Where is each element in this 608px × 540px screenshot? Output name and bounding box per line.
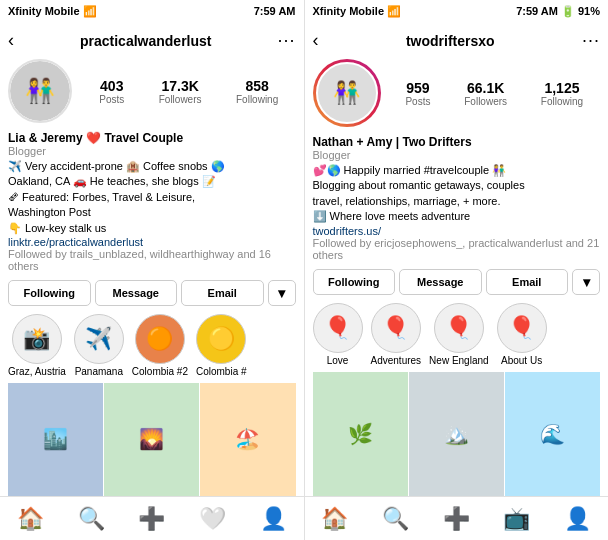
nav-reels-right[interactable]: 📺 <box>503 506 530 532</box>
back-arrow-left[interactable]: ‹ <box>8 30 14 51</box>
stat-followers-left: 17.3K Followers <box>159 78 202 105</box>
highlight-label-3-left: Colombia # <box>196 366 247 377</box>
highlight-label-1-right: Adventures <box>371 355 422 366</box>
stat-followers-right: 66.1K Followers <box>464 80 507 107</box>
bio-link-right[interactable]: twodrifters.us/ <box>313 225 601 237</box>
following-value-right: 1,125 <box>544 80 579 96</box>
time-right: 7:59 AM <box>516 5 558 17</box>
highlight-1-left[interactable]: ✈️ Panamana <box>74 314 124 377</box>
following-value-left: 858 <box>245 78 268 94</box>
posts-label-left: Posts <box>99 94 124 105</box>
highlight-label-2-right: New England <box>429 355 488 366</box>
bottom-nav: 🏠 🔍 ➕ 🤍 👤 🏠 🔍 ➕ 📺 👤 <box>0 496 608 540</box>
grid-thumb-2-left: 🏖️ <box>200 383 295 496</box>
avatar-emoji-left: 👫 <box>25 77 55 105</box>
highlight-label-0-left: Graz, Austria <box>8 366 66 377</box>
status-bar: Xfinity Mobile 📶 7:59 AM Xfinity Mobile … <box>0 0 608 22</box>
bio-link-left[interactable]: linktr.ee/practicalwanderlust <box>8 236 296 248</box>
highlight-label-2-left: Colombia #2 <box>132 366 188 377</box>
stat-following-left: 858 Following <box>236 78 278 105</box>
highlight-circle-1-left: ✈️ <box>74 314 124 364</box>
message-button-right[interactable]: Message <box>399 269 482 295</box>
followers-value-left: 17.3K <box>161 78 198 94</box>
stats-numbers-right: 959 Posts 66.1K Followers 1,125 Followin… <box>389 80 601 107</box>
stat-following-right: 1,125 Following <box>541 80 583 107</box>
highlight-0-left[interactable]: 📸 Graz, Austria <box>8 314 66 377</box>
profile-left: ‹ practicalwanderlust ··· 👫 403 Posts 17… <box>0 22 305 496</box>
status-time-left: 7:59 AM <box>254 5 296 17</box>
action-buttons-right: Following Message Email ▾ <box>313 269 601 295</box>
nav-search-left[interactable]: 🔍 <box>78 506 105 532</box>
highlight-2-right[interactable]: 🎈 New England <box>429 303 488 366</box>
status-carrier-left: Xfinity Mobile 📶 <box>8 5 97 18</box>
grid-thumb-2-right: 🌊 <box>505 372 600 496</box>
dropdown-button-left[interactable]: ▾ <box>268 280 296 306</box>
nav-profile-left[interactable]: 👤 <box>260 506 287 532</box>
highlight-3-right[interactable]: 🎈 About Us <box>497 303 547 366</box>
followers-value-right: 66.1K <box>467 80 504 96</box>
avatar-emoji-right: 👫 <box>333 80 360 106</box>
carrier-right: Xfinity Mobile <box>313 5 385 17</box>
grid-right: 🌿 🏔️ 🌊 <box>313 372 601 496</box>
grid-thumb-1-right: 🏔️ <box>409 372 504 496</box>
followers-label-left: Followers <box>159 94 202 105</box>
battery-right: 91% <box>578 5 600 17</box>
nav-search-right[interactable]: 🔍 <box>382 506 409 532</box>
stats-numbers-left: 403 Posts 17.3K Followers 858 Following <box>82 78 296 105</box>
profile-header-left: ‹ practicalwanderlust ··· <box>8 30 296 51</box>
nav-heart-left[interactable]: 🤍 <box>199 506 226 532</box>
grid-left: 🏙️ 🌄 🏖️ <box>8 383 296 496</box>
followers-label-right: Followers <box>464 96 507 107</box>
posts-label-right: Posts <box>405 96 430 107</box>
profile-right: ‹ twodriftersxo ··· 👫 959 Posts 66.1K Fo… <box>305 22 609 496</box>
status-carrier-right: Xfinity Mobile 📶 <box>313 5 402 18</box>
highlight-label-3-right: About Us <box>501 355 542 366</box>
grid-thumb-0-left: 🏙️ <box>8 383 103 496</box>
highlight-circle-0-left: 📸 <box>12 314 62 364</box>
carrier-left: Xfinity Mobile <box>8 5 80 17</box>
grid-thumb-0-right: 🌿 <box>313 372 408 496</box>
highlight-0-right[interactable]: 🎈 Love <box>313 303 363 366</box>
email-button-right[interactable]: Email <box>486 269 569 295</box>
following-label-left: Following <box>236 94 278 105</box>
highlights-right: 🎈 Love 🎈 Adventures 🎈 New England 🎈 Abou… <box>313 303 601 366</box>
nav-add-right[interactable]: ➕ <box>443 506 470 532</box>
highlight-circle-1-right: 🎈 <box>371 303 421 353</box>
highlight-2-left[interactable]: 🟠 Colombia #2 <box>132 314 188 377</box>
more-icon-right[interactable]: ··· <box>582 30 600 51</box>
avatar-left: 👫 <box>8 59 72 123</box>
back-arrow-right[interactable]: ‹ <box>313 30 319 51</box>
nav-add-left[interactable]: ➕ <box>138 506 165 532</box>
more-icon-left[interactable]: ··· <box>277 30 295 51</box>
avatar-img-left: 👫 <box>10 61 70 121</box>
posts-value-left: 403 <box>100 78 123 94</box>
email-button-left[interactable]: Email <box>181 280 264 306</box>
message-button-left[interactable]: Message <box>95 280 178 306</box>
wifi-icon: 📶 <box>83 5 97 18</box>
status-info-right: 7:59 AM 🔋 91% <box>516 5 600 18</box>
dropdown-button-right[interactable]: ▾ <box>572 269 600 295</box>
highlight-label-0-right: Love <box>327 355 349 366</box>
bio-category-right: Blogger <box>313 149 601 161</box>
nav-profile-right[interactable]: 👤 <box>564 506 591 532</box>
status-bar-right: Xfinity Mobile 📶 7:59 AM 🔋 91% <box>305 0 609 22</box>
bio-section-left: Lia & Jeremy ❤️ Travel Couple Blogger ✈️… <box>8 131 296 272</box>
highlight-circle-3-left: 🟡 <box>196 314 246 364</box>
avatar-inner-right: 👫 <box>316 62 378 124</box>
bio-text-left: ✈️ Very accident-prone 🏨 Coffee snobs 🌎 … <box>8 159 296 236</box>
nav-home-right[interactable]: 🏠 <box>321 506 348 532</box>
bottom-nav-left: 🏠 🔍 ➕ 🤍 👤 <box>0 497 304 540</box>
highlights-left: 📸 Graz, Austria ✈️ Panamana 🟠 Colombia #… <box>8 314 296 377</box>
time-left: 7:59 AM <box>254 5 296 17</box>
wifi-icon-right: 📶 <box>387 5 401 18</box>
highlight-circle-2-right: 🎈 <box>434 303 484 353</box>
highlight-1-right[interactable]: 🎈 Adventures <box>371 303 422 366</box>
following-button-right[interactable]: Following <box>313 269 396 295</box>
stat-posts-right: 959 Posts <box>405 80 430 107</box>
bio-followed-right: Followed by ericjosephowens_, practicalw… <box>313 237 601 261</box>
highlight-3-left[interactable]: 🟡 Colombia # <box>196 314 247 377</box>
nav-home-left[interactable]: 🏠 <box>17 506 44 532</box>
following-button-left[interactable]: Following <box>8 280 91 306</box>
stats-section-right: 👫 959 Posts 66.1K Followers 1,125 Follow… <box>313 59 601 127</box>
bio-text-right: 💕🌎 Happily married #travelcouple 👫 Blogg… <box>313 163 601 225</box>
